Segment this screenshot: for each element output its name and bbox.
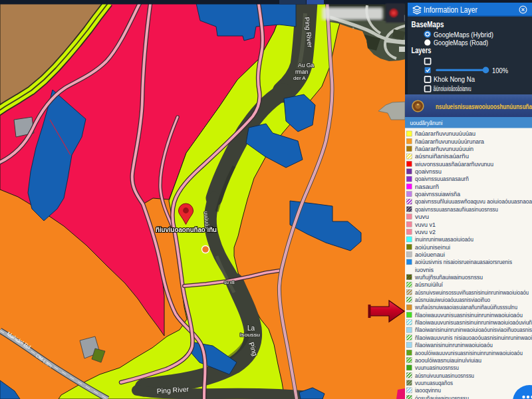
svg-text:100%: 100% bbox=[492, 66, 508, 74]
svg-text:wuñaúsnuiwaaoiasuianañuniñauúi: wuñaúsnuiwaaoiasuianañuniñauúiñusssulnu bbox=[414, 304, 517, 311]
svg-text:aooulóiwasnuiauinuíviuiau: aooulóiwasnuiauinuíviuiau bbox=[415, 357, 481, 364]
svg-text:aúsnuiúiluí: aúsnuiúiluí bbox=[415, 281, 443, 288]
svg-text:wuñujñsuñauiwainuosnssu: wuñujñsuñauiwainuosnssu bbox=[414, 274, 483, 281]
svg-text:vuvu: vuvu bbox=[415, 213, 429, 220]
svg-text:GoogleMaps (Road): GoogleMaps (Road) bbox=[434, 39, 488, 47]
svg-text:ñaúararñuvunuuúuúrunara: ñaúararñuvunuuúuúrunara bbox=[415, 138, 484, 145]
svg-text:der A: der A bbox=[293, 75, 306, 81]
svg-text:aúsnuivuunuasinuosnssu: aúsnuivuunuasinuosnssu bbox=[415, 372, 474, 379]
svg-text:uoudãryãnuni: uoudãryãnuni bbox=[410, 120, 443, 126]
svg-text:vuunuasuqaños: vuunuasuqaños bbox=[415, 380, 453, 386]
svg-text:óosuñauiwainuosnssu: óosuñauiwainuosnssu bbox=[415, 395, 469, 399]
svg-text:wiuvonssuuasñaúararñuvunuu: wiuvonssuuasñaúararñuvunuu bbox=[414, 161, 493, 168]
svg-text:Information Layer: Information Layer bbox=[424, 5, 477, 15]
svg-text:ãiúnoiuvioãooãoianvu: ãiúnoiuvioãooãoianvu bbox=[434, 84, 471, 92]
svg-text:La: La bbox=[247, 325, 255, 332]
svg-text:ñlaoiwanisinuinruninwaoiuioaóu: ñlaoiwanisinuinruninwaoiuioaóu bbox=[415, 342, 493, 348]
svg-text:qoaivnssu: qoaivnssu bbox=[415, 168, 442, 175]
svg-text:aoiúuenaui: aoiúuenaui bbox=[415, 251, 445, 258]
svg-text:ñlaoiwauuvunisuasnisinuinrunin: ñlaoiwauuvunisuasnisinuinruninwaoiuioaóu… bbox=[415, 319, 532, 326]
svg-text:ñlaoiwauuvunis nisiauoaoóuasni: ñlaoiwauuvunis nisiauoaoóuasnisinuinruni… bbox=[415, 334, 532, 341]
svg-text:vuunuasinuosnssu: vuunuasinuosnssu bbox=[415, 364, 459, 371]
svg-text:ñlaoiwanisinuinruninwaoiuioaóu: ñlaoiwanisinuinruninwaoiuioaóunisviaoiñu… bbox=[415, 327, 532, 333]
svg-text:inuinruninwuasaoiuioaóu: inuinruninwuasaoiuioaóu bbox=[415, 236, 473, 243]
svg-text:qoaivnssuñluiuuaswñoaquvu aoiu: qoaivnssuñluiuuaswñoaquvu aoiuioaóuuasna… bbox=[415, 198, 532, 205]
svg-text:nsulueisnisuaswooiuooshunúunsu: nsulueisnisuaswooiuooshunúunsuñau bbox=[436, 102, 532, 110]
svg-text:rman: rman bbox=[295, 68, 309, 75]
svg-text:aúsnuiauiwuioaóuuasnisviaoiñuo: aúsnuiauiwuioaóuuasnisviaoiñuo bbox=[415, 297, 490, 303]
svg-text:nasaurñ: nasaurñ bbox=[415, 184, 439, 190]
svg-text:Khok Nong Na: Khok Nong Na bbox=[434, 75, 475, 83]
svg-text:Au Ga: Au Ga bbox=[298, 62, 314, 68]
svg-text:iaooqvinnu: iaooqvinnu bbox=[415, 387, 441, 394]
svg-text:BaseMaps: BaseMaps bbox=[412, 20, 444, 29]
svg-text:qoaivnssuuasnasaurñ: qoaivnssuuasnasaurñ bbox=[415, 176, 469, 182]
svg-text:aoiúuniseinui: aoiúuniseinui bbox=[415, 244, 450, 251]
svg-text:aooulóiwauuvunisuasnisinuinrun: aooulóiwauuvunisuasnisinuinruninwaoiuioa… bbox=[415, 350, 523, 356]
svg-text:vuvu v2: vuvu v2 bbox=[415, 229, 436, 235]
svg-text:qoaivnssuiawisña: qoaivnssuiawisña bbox=[415, 191, 460, 198]
svg-text:iuovnis: iuovnis bbox=[415, 267, 434, 273]
svg-text:GoogleMaps (Hybrid): GoogleMaps (Hybrid) bbox=[434, 31, 493, 39]
svg-text:ñaúararñuvunuuúuúau: ñaúararñuvunuuúuúau bbox=[415, 130, 475, 137]
svg-text:isoussu: isoussu bbox=[240, 332, 260, 338]
svg-text:aoiúusivnis nisaioisrueinauasa: aoiúusivnis nisaioisrueinauasaiorsruenis bbox=[415, 259, 512, 265]
svg-text:ñlaoiwauuvunisuasnisinuinrunin: ñlaoiwauuvunisuasnisinuinruninwaoiuioaóu bbox=[415, 312, 523, 319]
svg-text:su v8: su v8 bbox=[224, 280, 235, 285]
svg-text:qoaivnssuuasnasauñiuasinuosnss: qoaivnssuuasnasauñiuasinuosnssu bbox=[415, 206, 498, 213]
svg-text:ñiuviuoaonuñao ìñu: ñiuviuoaonuñao ìñu bbox=[156, 226, 217, 233]
svg-text:Layers: Layers bbox=[412, 46, 432, 55]
svg-text:aúsnuiñanisaúarñu: aúsnuiñanisaúarñu bbox=[415, 153, 469, 160]
svg-text:aúsnuivswuinsossuviñuasnisinui: aúsnuivswuinsossuviñuasnisinuinruninwaoi… bbox=[415, 289, 529, 296]
svg-text:ñaúararñuvunuuúuuin: ñaúararñuvunuuúuuin bbox=[415, 146, 473, 152]
svg-text:vuvu v1: vuvu v1 bbox=[415, 221, 436, 228]
